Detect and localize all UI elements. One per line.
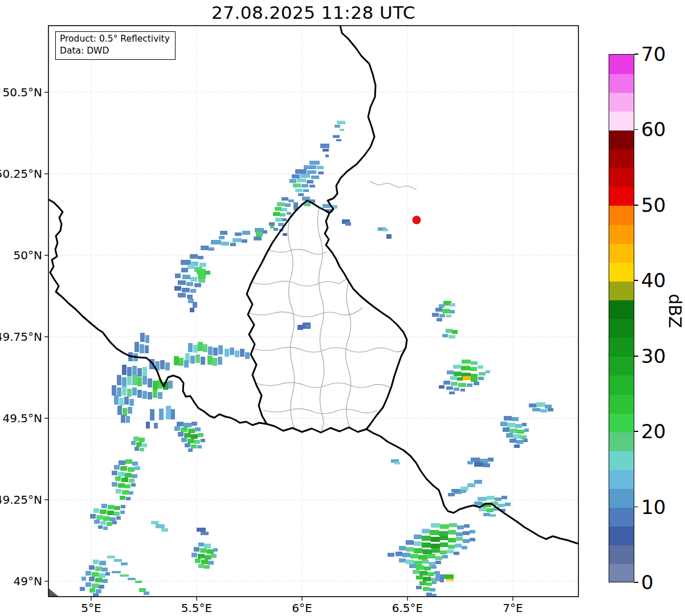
echo-cell [292,174,300,178]
echo-cell [471,374,478,378]
echo-cell [134,447,139,451]
echo-cell [100,521,106,525]
colorbar-segment [609,281,634,300]
echo-cell [435,308,442,312]
echo-cell [440,542,448,547]
colorbar-segment [609,432,634,451]
echo-cell [120,496,125,500]
echo-cell [132,375,137,385]
echo-cell [474,480,482,484]
echo-cell [302,197,310,201]
colorbar-segment [609,92,634,112]
echo-cell [470,367,477,371]
colorbar-segment [609,187,634,206]
echo-cell [81,577,86,581]
echo-cell [98,525,103,529]
echo-cell [422,529,430,533]
echo-cell [221,242,229,246]
echo-cell [500,422,507,426]
echo-cell [513,434,521,439]
echo-cell [431,537,440,542]
echo-cell [467,483,475,487]
echo-cell [516,440,523,444]
echo-cell [187,264,194,269]
echo-cell [523,439,528,442]
colorbar-segment [609,243,634,263]
echo-cell [179,358,184,366]
echo-cell [254,236,262,240]
x-tick-label: 5°E [81,601,101,615]
echo-cell [280,213,286,217]
echo-cell [487,508,494,512]
echo-cell [129,479,134,483]
echo-cell [90,514,96,519]
echo-cell [440,536,448,540]
echo-cell [467,461,473,464]
echo-cell [112,521,117,524]
echo-cell [161,528,168,532]
echo-cell [478,377,484,380]
product-line: Product: 0.5° Reflectivity [60,33,170,45]
echo-cell [309,161,320,165]
echo-cell [119,398,124,406]
echo-cell [142,376,147,385]
echo-cell [504,416,512,421]
echo-cell [201,560,208,564]
echo-cell [135,581,142,583]
echo-cell [460,487,468,491]
echo-cell [213,358,217,366]
echo-cell [402,553,410,557]
echo-cell [422,542,431,548]
x-tick-label: 5.5°E [181,601,212,615]
echo-cell [540,409,547,413]
echo-cell [191,444,197,448]
echo-cell [142,367,147,376]
echo-cell [125,473,132,478]
echo-cell [166,406,171,419]
echo-cell [92,584,99,588]
echo-cell [479,372,486,376]
y-tick-label: 49.25°N [0,493,42,507]
echo-cell [471,378,478,382]
colorbar-tick-label: 40 [641,269,666,292]
echo-cell [194,283,201,287]
radar-figure: 27.08.2025 11:28 UTC 5°E5.5°E6°E6.5°E7°E… [0,0,685,616]
echo-cell [488,458,494,462]
echo-cell [122,365,127,375]
echo-cell [256,232,263,236]
echo-cell [442,334,448,337]
echo-cell [454,552,459,555]
echo-cell [168,381,173,389]
colorbar-segment [609,470,634,489]
echo-cell [495,497,501,501]
echo-cell [197,445,202,448]
colorbar-segment [609,130,634,149]
echo-cell [121,505,125,508]
echo-cell [524,429,529,432]
echo-cell [282,208,287,211]
echo-cell [122,377,127,386]
canton-border-line [251,279,346,286]
echo-cell [80,587,85,591]
echo-cell [198,554,205,558]
echo-cell [269,222,275,226]
echo-cell [99,585,104,589]
country-border-line [48,199,267,425]
echo-cell [194,547,199,552]
echo-cell [277,202,285,206]
echo-cell [116,516,121,520]
echo-cell [178,432,184,436]
echo-cell [142,443,147,447]
echo-cell [439,314,445,317]
echo-cell [140,344,144,353]
echo-cell [127,389,132,397]
echo-cell [188,429,195,433]
country-borders [48,26,578,597]
echo-cell [171,409,175,419]
echo-cell [456,537,463,541]
echo-cell [451,489,460,492]
echo-cell [298,193,304,196]
echo-cell [333,135,340,138]
echo-cell [191,553,197,557]
echo-cell [119,460,125,465]
